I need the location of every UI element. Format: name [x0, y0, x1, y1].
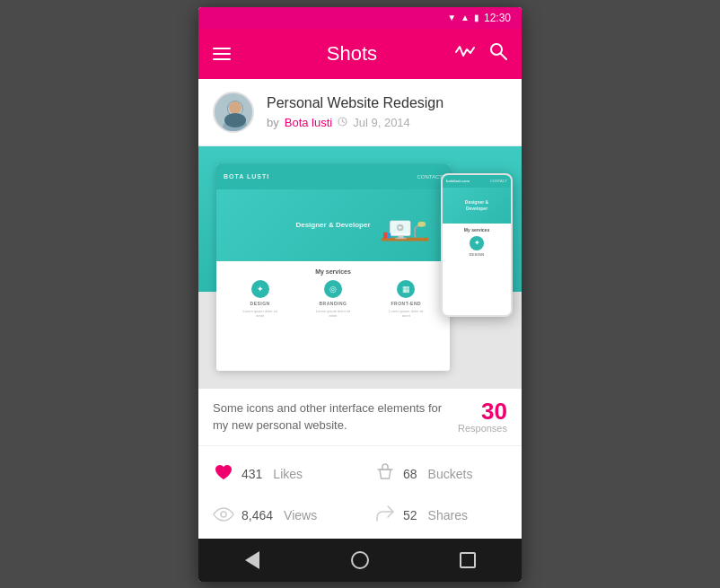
- services-title: My services: [224, 268, 443, 275]
- service-icon-frontend: ▦: [397, 280, 415, 298]
- stat-views: 8,464 Views: [198, 496, 360, 536]
- by-text: by: [267, 116, 279, 129]
- buckets-label: Buckets: [428, 467, 473, 481]
- recent-icon: [460, 552, 476, 568]
- stat-likes: 431 Likes: [198, 453, 360, 496]
- service-label-design: DESIGN: [250, 301, 270, 306]
- svg-line-1: [501, 54, 506, 59]
- mockup-nav: CONTACT: [417, 174, 443, 180]
- post-title: Personal Website Redesign: [267, 94, 507, 113]
- desk-illustration-svg: [378, 207, 432, 261]
- post-info: Personal Website Redesign by Bota lusti …: [267, 94, 507, 129]
- service-icon-branding: ◎: [324, 280, 342, 298]
- service-icon-design: ✦: [251, 280, 269, 298]
- signal-icon: ▼: [447, 13, 456, 22]
- mockup-header: BOTA LUSTI CONTACT: [216, 164, 450, 189]
- service-desc-branding: Lorem ipsum dolor sit amet: [315, 309, 351, 318]
- mobile-services-title: My services: [446, 227, 507, 233]
- svg-rect-20: [388, 233, 391, 238]
- svg-point-7: [224, 113, 246, 127]
- mobile-hero-text: Designer &Developer: [465, 199, 488, 212]
- mobile-service-label: DESIGN: [446, 252, 507, 257]
- mobile-mockup-header: botaIusti.com CONTACT: [443, 175, 511, 188]
- shot-image: BOTA LUSTI CONTACT Designer & Developer: [198, 146, 522, 389]
- post-description-row: Some icons and other interface elements …: [198, 389, 522, 446]
- responses-block: 30 Responses: [458, 399, 507, 434]
- wifi-icon: ▲: [461, 13, 470, 22]
- svg-rect-15: [396, 237, 407, 239]
- service-item-branding: ◎ BRANDING Lorem ipsum dolor sit amet: [315, 280, 351, 318]
- home-icon: [351, 551, 369, 569]
- service-item-design: ✦ DESIGN Lorem ipsum dolor sit amet: [242, 280, 278, 318]
- likes-label: Likes: [273, 467, 303, 481]
- stat-shares: 52 Shares: [360, 496, 522, 536]
- author-name[interactable]: Bota lusti: [285, 116, 332, 129]
- stats-grid: 431 Likes 68 Buckets: [198, 446, 522, 539]
- svg-point-0: [491, 44, 502, 55]
- buckets-value: 68: [403, 467, 417, 481]
- responses-count: 30: [481, 399, 507, 423]
- status-icons: ▼ ▲ ▮ 12:30: [447, 12, 511, 24]
- home-button[interactable]: [342, 542, 378, 578]
- views-value: 8,464: [241, 508, 273, 522]
- service-desc-design: Lorem ipsum dolor sit amet: [242, 309, 278, 318]
- mobile-services: My services ✦ DESIGN: [443, 224, 511, 260]
- share-icon: [374, 505, 396, 527]
- search-icon[interactable]: [489, 42, 507, 65]
- recent-button[interactable]: [450, 542, 486, 578]
- mobile-hero: Designer &Developer: [443, 188, 511, 224]
- mockup-logo: BOTA LUSTI: [224, 173, 269, 180]
- views-label: Views: [284, 508, 317, 522]
- post-header: Personal Website Redesign by Bota lusti …: [198, 79, 522, 146]
- website-mockup: BOTA LUSTI CONTACT Designer & Developer: [216, 164, 450, 371]
- status-time: 12:30: [484, 12, 511, 24]
- post-meta: by Bota lusti Jul 9, 2014: [267, 116, 507, 129]
- mockup-services: My services ✦ DESIGN Lorem ipsum dolor s…: [216, 261, 450, 325]
- heart-icon: [213, 463, 234, 486]
- svg-point-6: [229, 101, 241, 114]
- app-title: Shots: [249, 42, 455, 66]
- shares-label: Shares: [428, 508, 468, 522]
- svg-line-10: [343, 121, 345, 122]
- mobile-logo: botaIusti.com: [446, 179, 470, 183]
- mobile-service-icon: ✦: [470, 236, 484, 250]
- bottom-nav: [198, 539, 522, 582]
- likes-value: 431: [241, 467, 262, 481]
- service-label-branding: BRANDING: [320, 301, 347, 306]
- top-bar-actions: [455, 42, 507, 65]
- avatar: [213, 92, 254, 133]
- post-description: Some icons and other interface elements …: [213, 399, 449, 434]
- stat-buckets: 68 Buckets: [360, 453, 522, 496]
- svg-point-18: [417, 221, 426, 226]
- eye-icon: [213, 505, 234, 526]
- hero-text: Designer & Developer: [295, 221, 370, 229]
- mobile-nav: CONTACT: [490, 179, 507, 183]
- card: Personal Website Redesign by Bota lusti …: [198, 79, 522, 539]
- activity-icon[interactable]: [455, 43, 475, 64]
- service-label-frontend: FRONT-END: [391, 301, 421, 306]
- svg-point-23: [221, 512, 226, 517]
- mobile-mockup: botaIusti.com CONTACT Designer &Develope…: [441, 173, 513, 317]
- back-button[interactable]: [234, 542, 270, 578]
- services-grid: ✦ DESIGN Lorem ipsum dolor sit amet ◎ BR…: [224, 280, 443, 318]
- svg-rect-19: [383, 232, 388, 238]
- phone-frame: ▼ ▲ ▮ 12:30 Shots: [198, 7, 522, 582]
- back-icon: [245, 551, 259, 569]
- responses-label: Responses: [458, 423, 507, 434]
- mockup-hero: Designer & Developer: [216, 189, 450, 261]
- shares-value: 52: [403, 508, 417, 522]
- top-bar: Shots: [198, 29, 522, 79]
- service-item-frontend: ▦ FRONT-END Lorem ipsum dolor sit amet: [388, 280, 424, 318]
- status-bar: ▼ ▲ ▮ 12:30: [198, 7, 522, 29]
- bucket-icon: [374, 462, 396, 487]
- clock-icon: [338, 117, 347, 128]
- service-desc-frontend: Lorem ipsum dolor sit amet: [388, 309, 424, 318]
- battery-icon: ▮: [474, 13, 479, 22]
- menu-icon[interactable]: [213, 48, 231, 60]
- post-date: Jul 9, 2014: [353, 116, 410, 129]
